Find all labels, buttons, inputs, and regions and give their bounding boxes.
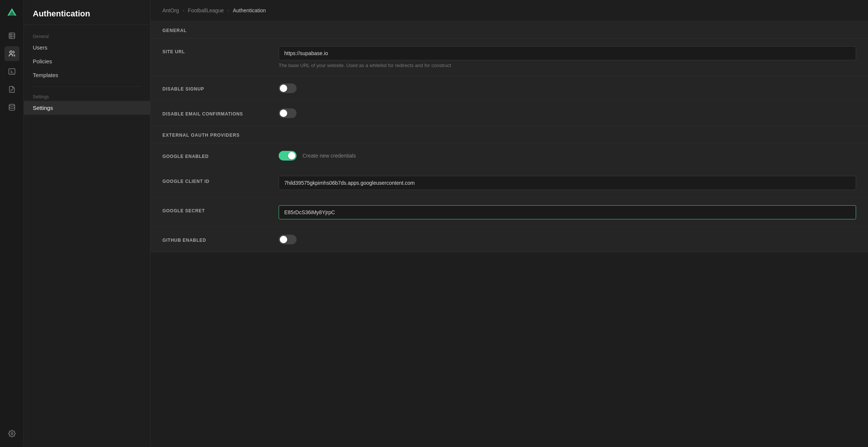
google-client-id-row: GOOGLE CLIENT ID (151, 168, 868, 198)
terminal-icon[interactable] (4, 64, 19, 79)
github-enabled-thumb (280, 236, 287, 243)
google-enabled-row: GOOGLE ENABLED Create new credentials (151, 143, 868, 168)
page-title: Authentication (33, 9, 141, 19)
database-icon[interactable] (4, 100, 19, 115)
disable-email-control (279, 108, 856, 118)
site-url-input[interactable] (279, 46, 856, 60)
github-enabled-row: GITHUB ENABLED (151, 227, 868, 252)
svg-point-6 (10, 51, 12, 54)
sidebar-item-settings[interactable]: Settings (24, 101, 150, 115)
github-enabled-label: GITHUB ENABLED (162, 235, 267, 243)
disable-signup-label: DISABLE SIGNUP (162, 83, 267, 92)
site-url-label: SITE URL (162, 46, 267, 54)
settings-section-label: Settings (24, 91, 150, 101)
table-icon[interactable] (4, 28, 19, 43)
svg-point-11 (9, 104, 15, 106)
google-secret-label: GOOGLE SECRET (162, 205, 267, 213)
google-enabled-control: Create new credentials (279, 151, 856, 161)
app-logo[interactable] (5, 6, 19, 19)
google-client-id-label: GOOGLE CLIENT ID (162, 176, 267, 184)
breadcrumb-org[interactable]: AntOrg (162, 7, 179, 13)
content-area: GENERAL SITE URL The base URL of your we… (151, 21, 868, 447)
create-credentials-link[interactable]: Create new credentials (302, 153, 356, 159)
users-icon[interactable] (4, 46, 19, 61)
disable-signup-control (279, 83, 856, 93)
sidebar-item-policies[interactable]: Policies (24, 54, 150, 68)
google-secret-control (279, 205, 856, 219)
nav-divider (33, 86, 141, 87)
oauth-section-title: EXTERNAL OAUTH PROVIDERS (162, 133, 856, 138)
breadcrumb-sep-1: › (183, 8, 184, 13)
disable-signup-row: DISABLE SIGNUP (151, 76, 868, 101)
site-url-hint: The base URL of your website. Used as a … (279, 63, 856, 68)
left-panel-header: Authentication (24, 0, 150, 25)
disable-email-thumb (280, 110, 287, 117)
google-enabled-thumb (288, 152, 295, 159)
svg-point-12 (11, 433, 13, 435)
google-enabled-label: GOOGLE ENABLED (162, 151, 267, 159)
site-url-row: SITE URL The base URL of your website. U… (151, 39, 868, 76)
svg-rect-2 (9, 33, 15, 39)
site-url-control: The base URL of your website. Used as a … (279, 46, 856, 68)
google-secret-row: GOOGLE SECRET (151, 198, 868, 227)
google-toggle-row: Create new credentials (279, 151, 856, 161)
breadcrumb-project[interactable]: FootballLeague (188, 7, 224, 13)
breadcrumb-current: Authentication (233, 7, 266, 13)
google-enabled-toggle[interactable] (279, 151, 297, 161)
sidebar-item-templates[interactable]: Templates (24, 68, 150, 82)
general-section-title: GENERAL (162, 28, 856, 33)
document-icon[interactable] (4, 82, 19, 97)
breadcrumb: AntOrg › FootballLeague › Authentication (151, 0, 868, 21)
disable-email-row: DISABLE EMAIL CONFIRMATIONS (151, 101, 868, 126)
icon-sidebar (0, 0, 24, 447)
left-panel: Authentication General Users Policies Te… (24, 0, 151, 447)
sidebar-item-users[interactable]: Users (24, 41, 150, 54)
google-secret-input[interactable] (279, 205, 856, 219)
disable-email-label: DISABLE EMAIL CONFIRMATIONS (162, 108, 267, 117)
general-section-header: GENERAL (151, 21, 868, 39)
oauth-section-header: EXTERNAL OAUTH PROVIDERS (151, 126, 868, 143)
github-enabled-toggle[interactable] (279, 235, 297, 244)
disable-signup-toggle[interactable] (279, 83, 297, 93)
github-enabled-control (279, 235, 856, 244)
left-nav: General Users Policies Templates Setting… (24, 25, 150, 121)
google-client-id-input[interactable] (279, 176, 856, 190)
google-client-id-control (279, 176, 856, 190)
breadcrumb-sep-2: › (228, 8, 229, 13)
general-section-label: General (24, 31, 150, 41)
disable-email-toggle[interactable] (279, 108, 297, 118)
disable-signup-thumb (280, 85, 287, 92)
main-content: AntOrg › FootballLeague › Authentication… (151, 0, 868, 447)
gear-icon[interactable] (4, 426, 19, 441)
oauth-section: EXTERNAL OAUTH PROVIDERS GOOGLE ENABLED … (151, 126, 868, 252)
general-section: GENERAL SITE URL The base URL of your we… (151, 21, 868, 126)
